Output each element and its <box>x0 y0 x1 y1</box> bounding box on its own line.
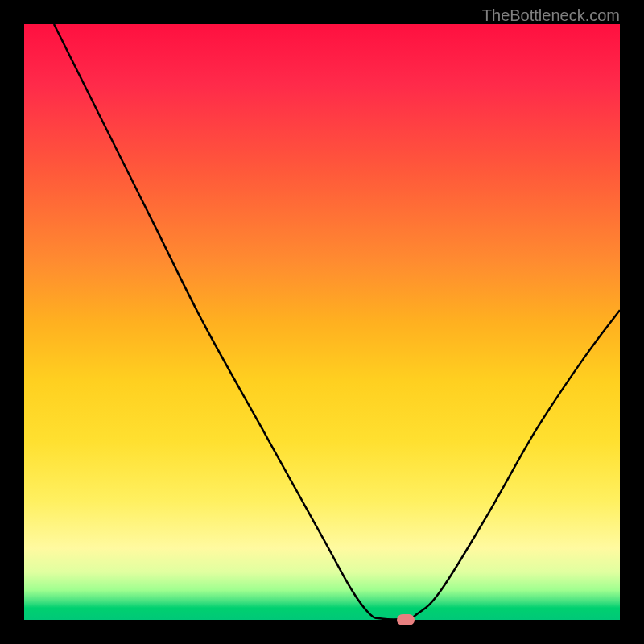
bottleneck-curve <box>54 24 620 619</box>
optimal-point-marker <box>397 614 415 625</box>
plot-area <box>24 24 620 620</box>
curve-svg <box>24 24 620 620</box>
watermark-text: TheBottleneck.com <box>482 6 620 25</box>
chart-container: TheBottleneck.com <box>0 0 644 644</box>
